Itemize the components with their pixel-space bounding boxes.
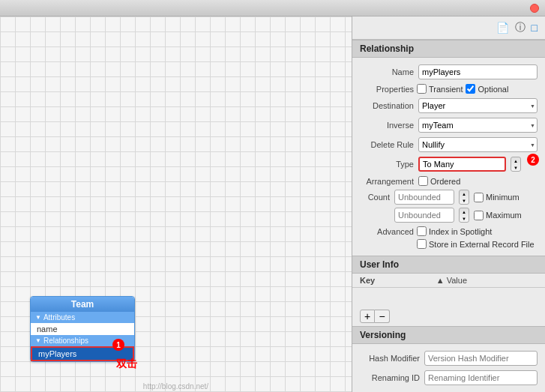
advanced-label: Advanced (360, 227, 414, 236)
count-max-stepper-up[interactable]: ▲ (460, 208, 469, 215)
destination-label: Destination (360, 101, 414, 110)
destination-select[interactable]: Player (418, 98, 538, 113)
user-info-section-header: User Info (352, 256, 545, 274)
relationships-label: Relationships (43, 337, 88, 345)
index-label: Index in Spotlight (429, 227, 492, 236)
right-panel: 📄 ⓘ □ Relationship Name Properties Trans… (352, 16, 545, 392)
inverse-label: Inverse (360, 121, 414, 130)
inverse-row: Inverse myTeam (352, 115, 545, 135)
hash-modifier-row: Hash Modifier (352, 349, 545, 368)
count-min-stepper-up[interactable]: ▲ (460, 190, 469, 197)
delete-rule-select[interactable]: Nullify (418, 137, 538, 152)
count-row-2: ▲ ▼ Maximum (352, 206, 545, 224)
triangle-icon: ▼ (35, 314, 41, 321)
double-click-label: 双击 (116, 358, 137, 371)
transient-label: Transient (429, 85, 463, 94)
count-min-input[interactable] (394, 190, 454, 205)
inverse-select-wrapper: myTeam (418, 118, 538, 133)
hash-modifier-input[interactable] (424, 351, 538, 366)
type-field-wrapper (418, 157, 506, 172)
count-max-input[interactable] (394, 208, 454, 223)
document-icon[interactable]: 📄 (496, 22, 509, 34)
properties-row: Properties Transient Optional (352, 82, 545, 96)
index-checkbox[interactable] (417, 226, 427, 236)
entity-box: Team ▼ Attributes name ▼ Relationships m… (30, 296, 135, 362)
type-stepper-up[interactable]: ▲ (511, 157, 520, 164)
count-min-stepper-down[interactable]: ▼ (460, 197, 469, 204)
type-row: Type ▲ ▼ 2 (352, 154, 545, 174)
badge-2: 2 (527, 154, 539, 166)
user-info-empty-area (352, 288, 545, 307)
ordered-group: Ordered (418, 176, 460, 186)
delete-rule-row: Delete Rule Nullify (352, 135, 545, 154)
delete-rule-label: Delete Rule (360, 140, 414, 149)
versioning-section-header: Versioning (352, 326, 545, 344)
remove-button[interactable]: − (375, 310, 390, 323)
canvas-area: Team ▼ Attributes name ▼ Relationships m… (0, 16, 352, 392)
panel-toolbar: 📄 ⓘ □ (352, 16, 545, 40)
main-area: Team ▼ Attributes name ▼ Relationships m… (0, 16, 545, 392)
user-info-table: Key ▲ Value (352, 274, 545, 288)
close-button[interactable] (530, 4, 539, 13)
type-label: Type (360, 160, 414, 169)
relationship-section-header: Relationship (352, 40, 545, 58)
ordered-label: Ordered (430, 177, 460, 186)
maximum-label: Maximum (486, 211, 522, 220)
optional-group: Optional (466, 84, 508, 94)
count-min-stepper[interactable]: ▲ ▼ (459, 190, 469, 205)
question-icon[interactable]: ⓘ (515, 21, 526, 34)
maximum-checkbox[interactable] (474, 211, 484, 220)
optional-checkbox[interactable] (466, 84, 475, 94)
type-stepper-down[interactable]: ▼ (511, 164, 520, 171)
external-group: Store in External Record File (417, 239, 535, 249)
attribute-name-row: name (31, 323, 134, 335)
external-checkbox[interactable] (417, 239, 427, 249)
attributes-section-header: ▼ Attributes (31, 312, 134, 323)
arrangement-row: Arrangement Ordered (352, 174, 545, 188)
properties-label: Properties (360, 85, 414, 94)
count-label: Count (360, 193, 390, 202)
arrangement-label: Arrangement (360, 177, 414, 186)
triangle-icon-rel: ▼ (35, 337, 41, 344)
relationship-form: Name Properties Transient Optional Desti… (352, 58, 545, 256)
entity-header: Team (31, 297, 134, 312)
name-input[interactable] (418, 64, 538, 79)
renaming-id-label: Renaming ID (360, 373, 420, 382)
model-icon[interactable]: □ (532, 22, 538, 34)
name-label: Name (360, 67, 414, 76)
renaming-id-row: Renaming ID (352, 368, 545, 388)
inverse-select[interactable]: myTeam (418, 118, 538, 133)
type-stepper[interactable]: ▲ ▼ (511, 157, 521, 172)
name-row: Name (352, 62, 545, 82)
renaming-id-input[interactable] (424, 370, 538, 385)
external-label: Store in External Record File (429, 240, 535, 249)
ordered-checkbox[interactable] (418, 176, 428, 186)
plus-minus-row: + − (352, 307, 545, 326)
maximum-group: Maximum (474, 211, 522, 220)
versioning-form: Hash Modifier Renaming ID (352, 344, 545, 392)
count-row-1: Count ▲ ▼ Minimum (352, 188, 545, 206)
optional-label: Optional (478, 85, 508, 94)
badge-1: 1 (112, 339, 124, 351)
minimum-checkbox[interactable] (474, 193, 484, 202)
transient-checkbox[interactable] (417, 84, 427, 94)
title-bar (0, 0, 545, 16)
count-max-stepper[interactable]: ▲ ▼ (459, 208, 469, 223)
destination-select-wrapper: Player (418, 98, 538, 113)
key-column-header: Key (352, 274, 429, 288)
value-column-header: ▲ Value (429, 274, 545, 288)
hash-modifier-label: Hash Modifier (360, 354, 420, 363)
transient-group: Transient (417, 84, 463, 94)
watermark: http://blog.csdn.net/ (0, 382, 352, 391)
type-input[interactable] (418, 157, 506, 172)
delete-rule-select-wrapper: Nullify (418, 137, 538, 152)
attributes-label: Attributes (43, 313, 75, 322)
destination-row: Destination Player (352, 96, 545, 115)
index-group: Index in Spotlight (417, 226, 492, 236)
minimum-label: Minimum (486, 193, 520, 202)
count-max-stepper-down[interactable]: ▼ (460, 215, 469, 222)
add-button[interactable]: + (360, 310, 375, 323)
minimum-group: Minimum (474, 193, 520, 202)
advanced-row: Advanced Index in Spotlight Store in Ext… (352, 224, 545, 251)
